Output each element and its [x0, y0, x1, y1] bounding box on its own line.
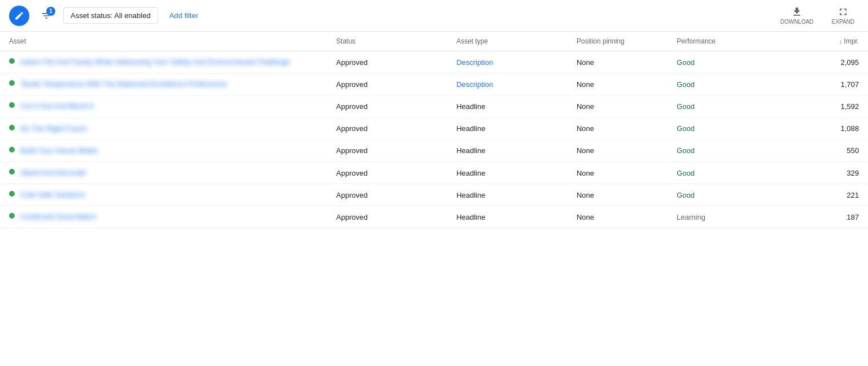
asset-name-link[interactable]: Cute Safe Solutions	[20, 190, 85, 200]
status-cell: Approved	[327, 184, 447, 206]
impressions-cell: 1,592	[814, 95, 868, 117]
table-container: Asset Status Asset type Position pinning…	[0, 32, 868, 229]
performance-cell: Good	[668, 184, 814, 206]
table-header-row: Asset Status Asset type Position pinning…	[0, 32, 868, 51]
col-header-type: Asset type	[447, 32, 568, 51]
performance-cell: Good	[668, 117, 814, 140]
asset-name-link[interactable]: Indoor Pet And Family While Addressing Y…	[20, 57, 290, 67]
filter-badge: 1	[46, 7, 55, 16]
status-cell: Approved	[327, 162, 447, 184]
impressions-cell: 329	[814, 162, 868, 184]
add-filter-button[interactable]: Add filter	[165, 8, 203, 23]
col-header-impressions[interactable]: ↓ Impr.	[814, 32, 868, 51]
table-row: Build Your House BetterApprovedHeadlineN…	[0, 140, 868, 162]
performance-cell: Good	[668, 51, 814, 73]
status-dot	[9, 213, 15, 219]
status-filter-button[interactable]: Asset status: All enabled	[63, 7, 158, 24]
table-row: Stand And DecorateApprovedHeadlineNoneGo…	[0, 162, 868, 184]
assets-table: Asset Status Asset type Position pinning…	[0, 32, 868, 229]
table-row: Indoor Pet And Family While Addressing Y…	[0, 51, 868, 73]
position-pinning-cell: None	[568, 73, 668, 95]
asset-type-cell: Headline	[447, 95, 568, 117]
asset-type-cell[interactable]: Description	[447, 51, 568, 73]
status-cell: Approved	[327, 206, 447, 228]
col-header-asset: Asset	[0, 32, 327, 51]
position-pinning-cell: None	[568, 51, 668, 73]
position-pinning-cell: None	[568, 162, 668, 184]
asset-type-cell: Headline	[447, 206, 568, 228]
toolbar-right: DOWNLOAD EXPAND	[776, 4, 859, 27]
status-dot	[9, 191, 15, 197]
table-row: Tackle Temperature With The Balanced Exc…	[0, 73, 868, 95]
position-pinning-cell: None	[568, 184, 668, 206]
position-pinning-cell: None	[568, 117, 668, 140]
status-cell: Approved	[327, 73, 447, 95]
impressions-cell: 187	[814, 206, 868, 228]
asset-type-cell: Headline	[447, 140, 568, 162]
performance-cell: Good	[668, 73, 814, 95]
status-dot	[9, 80, 15, 86]
asset-name-link[interactable]: Build Your House Better	[20, 146, 98, 156]
table-row: Do The Right FutureApprovedHeadlineNoneG…	[0, 117, 868, 140]
asset-type-cell[interactable]: Description	[447, 73, 568, 95]
status-cell: Approved	[327, 95, 447, 117]
col-header-position: Position pinning	[568, 32, 668, 51]
impressions-cell: 550	[814, 140, 868, 162]
position-pinning-cell: None	[568, 95, 668, 117]
status-cell: Approved	[327, 140, 447, 162]
toolbar: 1 Asset status: All enabled Add filter D…	[0, 0, 868, 32]
impressions-cell: 2,095	[814, 51, 868, 73]
position-pinning-cell: None	[568, 206, 668, 228]
status-dot	[9, 102, 15, 108]
status-cell: Approved	[327, 117, 447, 140]
expand-button[interactable]: EXPAND	[827, 4, 859, 27]
asset-name-link[interactable]: Stand And Decorate	[20, 168, 86, 178]
asset-name-link[interactable]: Do The Right Future	[20, 124, 87, 134]
performance-cell: Learning	[668, 206, 814, 228]
asset-name-link[interactable]: Confirmed Good Match	[20, 212, 96, 222]
status-cell: Approved	[327, 51, 447, 73]
status-dot	[9, 169, 15, 175]
asset-name-link[interactable]: Cut It Out And Blend It	[20, 101, 93, 111]
table-row: Cut It Out And Blend ItApprovedHeadlineN…	[0, 95, 868, 117]
status-dot	[9, 147, 15, 152]
performance-cell: Good	[668, 140, 814, 162]
col-header-status: Status	[327, 32, 447, 51]
performance-cell: Good	[668, 162, 814, 184]
impressions-cell: 1,707	[814, 73, 868, 95]
asset-type-cell: Headline	[447, 184, 568, 206]
table-row: Confirmed Good MatchApprovedHeadlineNone…	[0, 206, 868, 228]
expand-label: EXPAND	[832, 19, 854, 25]
filter-button[interactable]: 1	[36, 6, 56, 26]
impressions-cell: 221	[814, 184, 868, 206]
sort-down-icon: ↓	[839, 38, 842, 45]
performance-cell: Good	[668, 95, 814, 117]
edit-button[interactable]	[9, 6, 29, 26]
asset-type-cell: Headline	[447, 117, 568, 140]
asset-name-link[interactable]: Tackle Temperature With The Balanced Exc…	[20, 79, 228, 89]
status-dot	[9, 125, 15, 130]
impressions-cell: 1,088	[814, 117, 868, 140]
download-label: DOWNLOAD	[780, 19, 814, 25]
table-row: Cute Safe SolutionsApprovedHeadlineNoneG…	[0, 184, 868, 206]
download-button[interactable]: DOWNLOAD	[776, 4, 818, 27]
position-pinning-cell: None	[568, 140, 668, 162]
col-header-performance: Performance	[668, 32, 814, 51]
asset-type-cell: Headline	[447, 162, 568, 184]
status-dot	[9, 58, 15, 64]
